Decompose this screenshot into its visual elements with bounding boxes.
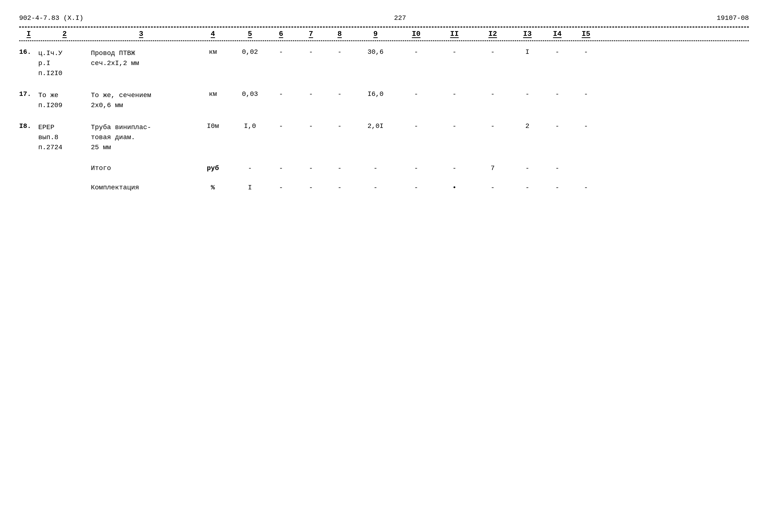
summary-itogo-col14: -	[543, 165, 572, 172]
col-header-13: I3	[512, 30, 543, 38]
col-header-11: II	[435, 30, 474, 38]
row-18-col11: -	[435, 122, 474, 130]
summary-komp-col11: •	[435, 184, 474, 191]
row-16-col5: 0,02	[234, 48, 265, 56]
col-header-10: I0	[397, 30, 435, 38]
summary-itogo-unit: руб	[191, 165, 234, 172]
row-16-col6: -	[265, 48, 296, 56]
col-header-5: 5	[234, 30, 265, 38]
summary-komp-col7: -	[296, 184, 325, 191]
row-17-col8: -	[325, 90, 354, 98]
row-18-col12: -	[474, 122, 512, 130]
row-17-col6: -	[265, 90, 296, 98]
col-header-8: 8	[325, 30, 354, 38]
col-header-14: I4	[543, 30, 572, 38]
row-17-code: То же п.I209	[38, 90, 91, 110]
row-18-unit: I0м	[191, 122, 234, 130]
summary-komp-col8: -	[325, 184, 354, 191]
row-18-col14: -	[543, 122, 572, 130]
table-row: 17. То же п.I209 То же, сечением 2x0,6 м…	[19, 90, 749, 110]
summary-itogo-col10: -	[397, 165, 435, 172]
summary-itogo-col8: -	[325, 165, 354, 172]
summary-itogo-col11: -	[435, 165, 474, 172]
row-17-col5: 0,03	[234, 90, 265, 98]
summary-itogo-col5: -	[234, 165, 265, 172]
row-17-col11: -	[435, 90, 474, 98]
summary-itogo-col9: -	[354, 165, 397, 172]
col-header-6: 6	[265, 30, 296, 38]
row-18-desc: Труба виниплас- товая диам. 25 мм	[91, 122, 191, 153]
page-header: 902-4-7.83 (X.I) 227 19107-08	[19, 14, 749, 22]
row-16-col14: -	[543, 48, 572, 56]
summary-komp-col5: I	[234, 184, 265, 191]
row-17-col12: -	[474, 90, 512, 98]
row-17-col14: -	[543, 90, 572, 98]
row-18-col8: -	[325, 122, 354, 130]
row-16-col15: -	[572, 48, 600, 56]
summary-itogo-col6: -	[265, 165, 296, 172]
row-18-col15: -	[572, 122, 600, 130]
col-header-7: 7	[296, 30, 325, 38]
summary-itogo-col7: -	[296, 165, 325, 172]
summary-komp-label: Комплектация	[91, 184, 191, 191]
row-18-col9: 2,0I	[354, 122, 397, 130]
col-header-2: 2	[38, 30, 91, 38]
row-17-col7: -	[296, 90, 325, 98]
summary-komp-col15: -	[572, 184, 600, 191]
summary-itogo-col12: 7	[474, 165, 512, 172]
col-header-12: I2	[474, 30, 512, 38]
col-header-3: 3	[91, 30, 191, 38]
row-18-col10: -	[397, 122, 435, 130]
row-17-col10: -	[397, 90, 435, 98]
header-divider	[19, 27, 749, 27]
row-17-num: 17.	[19, 90, 38, 98]
table-row: I8. ЕРЕР вып.8 п.2724 Труба виниплас- то…	[19, 122, 749, 153]
row-16-code: ц.Iч.У р.I п.I2I0	[38, 48, 91, 78]
row-16-col13: I	[512, 48, 543, 56]
summary-komp-col9: -	[354, 184, 397, 191]
summary-komp-col13: -	[512, 184, 543, 191]
row-18-col7: -	[296, 122, 325, 130]
row-18-col13: 2	[512, 122, 543, 130]
row-16-col9: 30,6	[354, 48, 397, 56]
row-16-col12: -	[474, 48, 512, 56]
row-17-desc: То же, сечением 2x0,6 мм	[91, 90, 191, 110]
row-18-col5: I,0	[234, 122, 265, 130]
summary-komp-col12: -	[474, 184, 512, 191]
row-18-num: I8.	[19, 122, 38, 130]
row-17-col13: -	[512, 90, 543, 98]
summary-itogo-row: Итого руб - - - - - - - 7 - -	[19, 165, 749, 172]
col-header-9: 9	[354, 30, 397, 38]
row-17-unit: км	[191, 90, 234, 98]
summary-komp-col14: -	[543, 184, 572, 191]
column-header-row: I 2 3 4 5 6 7 8 9 I0 II I2 I3 I4 I5	[19, 30, 749, 41]
col-header-1: I	[19, 30, 38, 38]
summary-komp-col10: -	[397, 184, 435, 191]
row-16-col7: -	[296, 48, 325, 56]
row-18-col6: -	[265, 122, 296, 130]
row-17-col9: I6,0	[354, 90, 397, 98]
col-header-15: I5	[572, 30, 600, 38]
summary-itogo-col13: -	[512, 165, 543, 172]
row-16-col11: -	[435, 48, 474, 56]
header-left: 902-4-7.83 (X.I)	[19, 14, 83, 22]
row-16-unit: км	[191, 48, 234, 56]
header-right: 19107-08	[717, 14, 749, 22]
summary-komp-col6: -	[265, 184, 296, 191]
row-16-col8: -	[325, 48, 354, 56]
row-17-col15: -	[572, 90, 600, 98]
summary-itogo-label: Итого	[91, 165, 191, 172]
row-16-desc: Провод ПТВЖ сеч.2xI,2 мм	[91, 48, 191, 68]
row-16-col10: -	[397, 48, 435, 56]
summary-komp-unit: %	[191, 184, 234, 191]
col-header-4: 4	[191, 30, 234, 38]
row-16-num: 16.	[19, 48, 38, 56]
row-18-code: ЕРЕР вып.8 п.2724	[38, 122, 91, 153]
table-row: 16. ц.Iч.У р.I п.I2I0 Провод ПТВЖ сеч.2x…	[19, 48, 749, 78]
summary-komplektacia-row: Комплектация % I - - - - - • - - - -	[19, 184, 749, 191]
header-center: 227	[394, 14, 406, 22]
